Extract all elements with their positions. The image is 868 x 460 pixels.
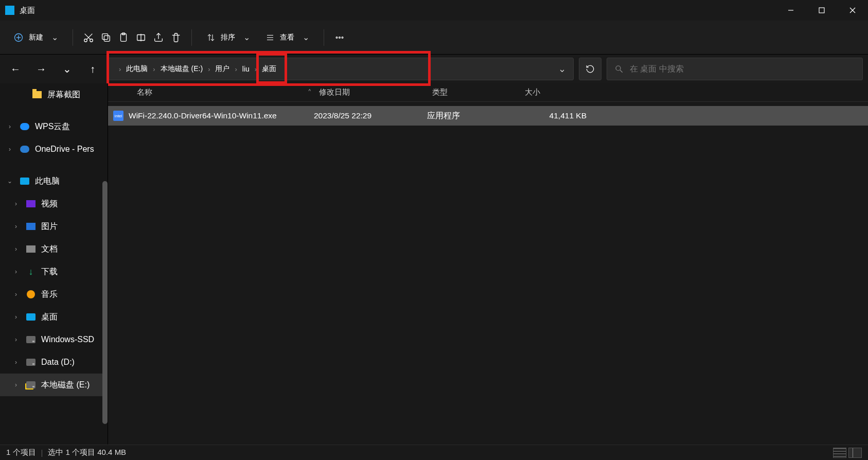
file-list[interactable]: intelWiFi-22.240.0-Driver64-Win10-Win11.… — [108, 102, 868, 445]
copy-button[interactable] — [99, 27, 113, 48]
tree-caret-icon[interactable]: › — [11, 200, 21, 207]
status-bar: 1 个项目 | 选中 1 个项目 40.4 MB — [0, 445, 868, 460]
separator — [324, 29, 324, 46]
tree-caret-icon[interactable]: › — [11, 336, 21, 343]
file-icon: intel — [113, 111, 123, 121]
close-button[interactable] — [837, 0, 868, 21]
sidebar-item-label: 屏幕截图 — [47, 90, 80, 100]
tree-caret-icon[interactable]: › — [11, 245, 21, 253]
col-date[interactable]: 修改日期 — [319, 87, 432, 97]
sidebar-item[interactable]: ⌄此电脑 — [0, 170, 108, 192]
sidebar-item-label: Windows-SSD — [41, 335, 94, 344]
breadcrumb-item[interactable]: 此电脑 — [124, 63, 150, 75]
sidebar-item[interactable]: ›OneDrive - Pers — [0, 138, 108, 161]
sidebar-item[interactable]: 屏幕截图 — [0, 83, 108, 106]
breadcrumb-sep-icon: › — [119, 65, 121, 73]
sidebar-item[interactable]: ›本地磁盘 (E:) — [0, 374, 108, 396]
svg-rect-11 — [104, 36, 110, 41]
sidebar-item-icon — [26, 312, 36, 322]
share-button[interactable] — [151, 27, 166, 48]
view-list-button[interactable] — [848, 448, 862, 458]
window-title: 桌面 — [20, 6, 35, 15]
minimize-button[interactable] — [775, 0, 806, 21]
search-box[interactable] — [607, 58, 863, 80]
sidebar-item[interactable]: ›Windows-SSD — [0, 328, 108, 351]
refresh-button[interactable] — [579, 58, 601, 80]
delete-button[interactable] — [169, 27, 183, 48]
file-row[interactable]: intelWiFi-22.240.0-Driver64-Win10-Win11.… — [108, 106, 868, 126]
sidebar-item[interactable]: ›WPS云盘 — [0, 115, 108, 138]
file-type: 应用程序 — [427, 111, 520, 121]
address-bar[interactable]: › 此电脑 › 本地磁盘 (E:) › 用户 › liu › 桌面 ⌄ — [108, 58, 574, 80]
search-input[interactable] — [630, 64, 855, 74]
sidebar-item-icon — [20, 121, 30, 132]
back-button[interactable]: ← — [5, 59, 26, 79]
forward-button[interactable]: → — [31, 59, 51, 79]
breadcrumb-item[interactable]: 桌面 — [260, 63, 278, 75]
breadcrumb-sep-icon: › — [208, 65, 210, 73]
sidebar-item[interactable]: ›文档 — [0, 238, 108, 260]
file-pane: 名称˄ 修改日期 类型 大小 intelWiFi-22.240.0-Driver… — [108, 83, 868, 445]
column-headers: 名称˄ 修改日期 类型 大小 — [108, 83, 868, 102]
rename-button[interactable] — [134, 27, 148, 48]
breadcrumb-item[interactable]: 用户 — [213, 63, 232, 75]
scrollbar-thumb[interactable] — [102, 181, 108, 424]
sidebar-item[interactable]: ›桌面 — [0, 306, 108, 328]
sidebar-item[interactable]: ›图片 — [0, 215, 108, 238]
col-size[interactable]: 大小 — [525, 87, 607, 97]
separator — [191, 29, 192, 46]
sidebar-item-label: 文档 — [41, 244, 58, 255]
sort-button[interactable]: 排序 — [200, 28, 256, 46]
sidebar-item-icon — [20, 144, 30, 154]
maximize-button[interactable] — [806, 0, 837, 21]
tree-caret-icon[interactable]: › — [11, 268, 21, 275]
nav-row: ← → ⌄ ↑ › 此电脑 › 本地磁盘 (E:) › 用户 › liu › 桌… — [0, 55, 868, 83]
address-dropdown-icon[interactable]: ⌄ — [558, 63, 566, 75]
file-name: WiFi-22.240.0-Driver64-Win10-Win11.exe — [129, 111, 277, 120]
more-button[interactable] — [332, 27, 347, 48]
recent-button[interactable]: ⌄ — [57, 59, 77, 79]
sidebar-item-label: WPS云盘 — [35, 121, 70, 132]
col-name[interactable]: 名称˄ — [118, 87, 319, 97]
sidebar-item-label: 本地磁盘 (E:) — [41, 380, 90, 391]
breadcrumb-sep-icon: › — [255, 65, 257, 73]
tree-caret-icon[interactable]: › — [11, 313, 21, 321]
app-icon — [5, 6, 14, 15]
tree-caret-icon[interactable]: › — [5, 146, 14, 153]
tree-caret-icon[interactable]: › — [11, 359, 21, 366]
tree-caret-icon[interactable]: › — [5, 123, 14, 130]
sidebar-item[interactable]: ›Data (D:) — [0, 351, 108, 374]
svg-point-25 — [342, 37, 343, 38]
breadcrumb-item[interactable]: 本地磁盘 (E:) — [158, 63, 205, 75]
sidebar-item-icon: ↓ — [26, 267, 36, 277]
svg-rect-12 — [102, 33, 108, 39]
tree-caret-icon[interactable]: › — [11, 223, 21, 230]
breadcrumb-item[interactable]: liu — [240, 64, 252, 74]
up-button[interactable]: ↑ — [82, 59, 103, 79]
sidebar-item-label: 视频 — [41, 199, 58, 209]
tree-caret-icon[interactable]: › — [11, 291, 21, 298]
sidebar-item[interactable]: ›视频 — [0, 192, 108, 215]
breadcrumb-sep-icon: › — [153, 65, 155, 73]
file-size: 41,411 KB — [520, 111, 602, 120]
sidebar-item[interactable]: ›↓下载 — [0, 260, 108, 283]
sidebar-item-label: 下载 — [41, 267, 58, 277]
sidebar-item-icon — [26, 199, 36, 209]
separator — [73, 29, 73, 46]
file-date: 2023/8/25 22:29 — [314, 111, 427, 120]
col-type[interactable]: 类型 — [432, 87, 525, 97]
new-label: 新建 — [29, 33, 43, 42]
sidebar-item-icon — [32, 90, 42, 100]
view-details-button[interactable] — [833, 448, 846, 458]
search-icon — [614, 64, 624, 74]
tree-caret-icon[interactable]: ⌄ — [5, 178, 14, 185]
breadcrumb-sep-icon: › — [235, 65, 237, 73]
sidebar-item[interactable]: ›音乐 — [0, 283, 108, 306]
svg-point-23 — [336, 37, 338, 38]
paste-button[interactable] — [116, 27, 131, 48]
view-button[interactable]: 查看 — [259, 28, 315, 46]
tree-caret-icon[interactable]: › — [11, 381, 21, 388]
cut-button[interactable] — [81, 27, 96, 48]
status-selection: 选中 1 个项目 40.4 MB — [48, 448, 126, 457]
new-button[interactable]: 新建 — [7, 28, 64, 47]
